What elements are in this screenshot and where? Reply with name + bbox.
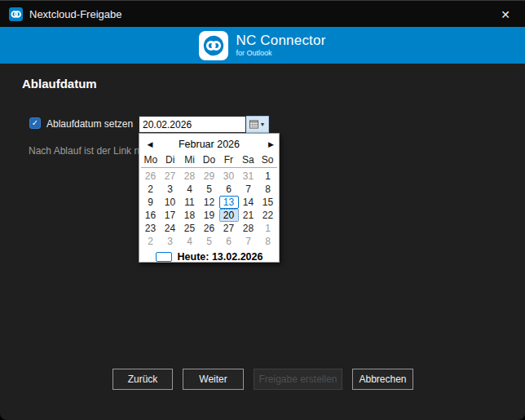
calendar-day[interactable]: 7 xyxy=(239,235,258,248)
date-dropdown-button[interactable]: ▼ xyxy=(246,116,269,133)
calendar-day[interactable]: 17 xyxy=(161,209,180,222)
calendar-day[interactable]: 18 xyxy=(180,209,200,222)
calendar-day[interactable]: 6 xyxy=(219,183,239,196)
footer-buttons: ZurückWeiterFreigabe erstellenAbbrechen xyxy=(112,369,413,390)
calendar-day[interactable]: 27 xyxy=(219,222,239,235)
nc-connector-logo-icon xyxy=(199,31,228,60)
calendar-day[interactable]: 1 xyxy=(258,222,278,235)
expiration-note: Nach Ablauf ist der Link nic xyxy=(29,145,147,157)
calendar-nav: ◀ Februar 2026 ▶ xyxy=(139,134,279,153)
calendar-day[interactable]: 19 xyxy=(200,209,219,222)
next-month-icon[interactable]: ▶ xyxy=(262,140,274,148)
calendar-month-label: Februar 2026 xyxy=(156,139,262,150)
chevron-down-icon: ▼ xyxy=(260,122,266,127)
check-icon: ✓ xyxy=(32,119,38,127)
app-name: NC Connector xyxy=(236,33,325,47)
calendar-day[interactable]: 21 xyxy=(239,209,258,222)
calendar-day[interactable]: 2 xyxy=(141,183,161,196)
dialog-window: Nextcloud-Freigabe ✕ NC Connector for Ou… xyxy=(0,0,525,420)
calendar-day[interactable]: 3 xyxy=(161,235,180,248)
calendar-today-row[interactable]: Heute: 13.02.2026 xyxy=(139,251,279,263)
calendar-day[interactable]: 26 xyxy=(200,222,219,235)
date-input[interactable] xyxy=(139,116,246,133)
weiter-button[interactable]: Weiter xyxy=(183,369,244,390)
calendar-day[interactable]: 3 xyxy=(161,183,180,196)
titlebar: Nextcloud-Freigabe ✕ xyxy=(0,0,525,27)
weekday-label: Do xyxy=(200,154,219,166)
calendar-day[interactable]: 8 xyxy=(258,183,278,196)
calendar-day[interactable]: 11 xyxy=(180,196,200,209)
calendar-icon xyxy=(249,120,258,129)
today-box-icon xyxy=(156,252,172,262)
weekday-label: So xyxy=(258,154,277,166)
expiration-checkbox[interactable]: ✓ xyxy=(29,117,41,129)
calendar-day[interactable]: 20 xyxy=(219,209,239,222)
banner-texts: NC Connector for Outlook xyxy=(236,33,325,57)
calendar-day[interactable]: 16 xyxy=(141,209,161,222)
calendar-day[interactable]: 4 xyxy=(180,183,200,196)
weekday-label: Fr xyxy=(218,154,238,166)
today-label: Heute: 13.02.2026 xyxy=(178,251,263,263)
freigabe-erstellen-button: Freigabe erstellen xyxy=(254,369,342,390)
calendar-popup: ◀ Februar 2026 ▶ MoDiMiDoFrSaSo 26272829… xyxy=(139,133,280,263)
weekday-label: Mi xyxy=(180,154,200,166)
calendar-day[interactable]: 26 xyxy=(141,170,161,183)
calendar-day[interactable]: 28 xyxy=(239,222,258,235)
app-subtitle: for Outlook xyxy=(236,50,325,57)
calendar-day[interactable]: 5 xyxy=(200,183,219,196)
calendar-day[interactable]: 10 xyxy=(161,196,180,209)
zur-ck-button[interactable]: Zurück xyxy=(112,369,173,390)
calendar-day[interactable]: 22 xyxy=(258,209,278,222)
calendar-day[interactable]: 1 xyxy=(258,170,278,183)
calendar-day[interactable]: 12 xyxy=(200,196,219,209)
calendar-day[interactable]: 25 xyxy=(180,222,200,235)
calendar-day[interactable]: 6 xyxy=(219,235,239,248)
calendar-day[interactable]: 27 xyxy=(161,170,180,183)
calendar-day[interactable]: 4 xyxy=(180,235,200,248)
calendar-day[interactable]: 23 xyxy=(141,222,161,235)
weekday-label: Di xyxy=(161,154,180,166)
calendar-day[interactable]: 9 xyxy=(141,196,161,209)
calendar-day[interactable]: 7 xyxy=(239,183,258,196)
window-title: Nextcloud-Freigabe xyxy=(29,8,121,20)
page-title: Ablaufdatum xyxy=(22,77,97,91)
date-picker-control: ▼ xyxy=(139,116,269,133)
expiration-checkbox-label: Ablaufdatum setzen xyxy=(46,118,133,130)
weekday-label: Mo xyxy=(141,154,161,166)
calendar-day[interactable]: 5 xyxy=(200,235,219,248)
calendar-day[interactable]: 13 xyxy=(219,196,239,209)
calendar-weekdays: MoDiMiDoFrSaSo xyxy=(141,154,277,168)
calendar-day[interactable]: 28 xyxy=(180,170,200,183)
close-icon[interactable]: ✕ xyxy=(491,2,520,26)
app-icon xyxy=(9,7,23,21)
calendar-day[interactable]: 31 xyxy=(239,170,258,183)
calendar-day[interactable]: 29 xyxy=(200,170,219,183)
header-banner: NC Connector for Outlook xyxy=(0,27,525,64)
weekday-label: Sa xyxy=(238,154,258,166)
calendar-day[interactable]: 15 xyxy=(258,196,278,209)
calendar-day[interactable]: 8 xyxy=(258,235,278,248)
calendar-day[interactable]: 24 xyxy=(161,222,180,235)
calendar-day[interactable]: 14 xyxy=(239,196,258,209)
calendar-day[interactable]: 2 xyxy=(141,235,161,248)
abbrechen-button[interactable]: Abbrechen xyxy=(352,369,413,390)
calendar-day[interactable]: 30 xyxy=(219,170,239,183)
calendar-grid: 2627282930311234567891011121314151617181… xyxy=(141,170,278,248)
prev-month-icon[interactable]: ◀ xyxy=(144,140,156,148)
